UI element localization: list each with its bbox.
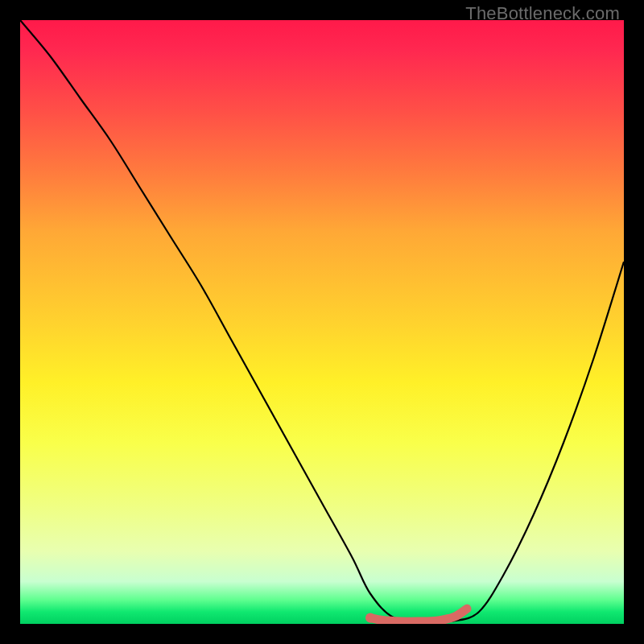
plot-area [20, 20, 624, 624]
chart-container: TheBottleneck.com [0, 0, 644, 644]
bottleneck-curve [20, 20, 624, 621]
sweet-spot-dot [365, 613, 375, 623]
chart-svg [20, 20, 624, 624]
